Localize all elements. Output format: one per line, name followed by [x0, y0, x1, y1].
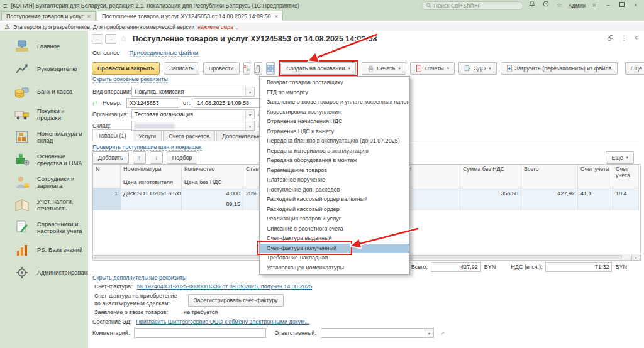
- main-menu-icon[interactable]: ≡: [3, 2, 7, 9]
- menu-item[interactable]: ГТД по импорту: [260, 88, 409, 98]
- menu-item[interactable]: Отражение НДС к вычету: [260, 127, 409, 137]
- pick-button[interactable]: Подбор: [167, 151, 198, 164]
- sidebar-item-references[interactable]: Справочники и настройки учета: [0, 216, 88, 239]
- cell-price-no-vat[interactable]: 89,15: [182, 199, 243, 210]
- show-postings-button[interactable]: ДтКт: [243, 62, 251, 75]
- history-icon[interactable]: [541, 0, 551, 11]
- sidebar-item-employees[interactable]: Сотрудники и зарплата: [0, 171, 88, 193]
- menu-item[interactable]: Заявление о ввозе товаров и уплате косве…: [260, 97, 409, 107]
- cell-nomenclature[interactable]: Диск SDT U2051 6.5x16 ...: [121, 188, 182, 199]
- tab-accounts[interactable]: Счета расчетов: [163, 131, 215, 141]
- scroll-right-icon[interactable]: ▸: [631, 254, 640, 260]
- responsible-field[interactable]: ▾: [321, 328, 434, 338]
- structure-button[interactable]: [266, 62, 275, 75]
- current-user[interactable]: Админ: [569, 3, 586, 9]
- cell-quantity[interactable]: 4,000: [182, 188, 243, 199]
- menu-item[interactable]: Перемещение товаров: [260, 166, 409, 176]
- cell-vat-account[interactable]: 18.4: [613, 188, 639, 199]
- cell-n[interactable]: 1: [93, 188, 121, 199]
- tab-close-icon[interactable]: ×: [275, 13, 278, 19]
- sidebar-item-inventory[interactable]: Номенклатура и склад: [0, 126, 88, 148]
- reports-button[interactable]: Отчеты▾: [410, 62, 455, 75]
- menu-item[interactable]: Поступление доп. расходов: [260, 185, 409, 195]
- nav-main-tab[interactable]: Основное: [92, 49, 120, 57]
- menu-item[interactable]: Реализация товаров и услуг: [260, 214, 409, 224]
- nav-attached-files-link[interactable]: Присоединенные файлы: [130, 49, 199, 57]
- sidebar-item-fixed-assets[interactable]: Основные средства и НМА: [0, 148, 88, 171]
- menu-item-received-invoice[interactable]: Счет-фактура полученный: [260, 244, 409, 254]
- chevron-down-icon[interactable]: ▾: [245, 121, 254, 130]
- menu-item[interactable]: Списание с расчетного счета: [260, 224, 409, 234]
- notifications-bell-icon[interactable]: [527, 0, 537, 11]
- menu-item[interactable]: Передача оборудования в монтаж: [260, 156, 409, 166]
- sidebar-item-accounting[interactable]: Учет, налоги, отчетность: [0, 193, 88, 216]
- date-field[interactable]: 14.08.2025 14:09:58: [194, 98, 260, 108]
- move-down-button[interactable]: ↓: [150, 151, 163, 164]
- invoice-link[interactable]: № 192404831-2025-0000001336 от 09.09.202…: [137, 283, 313, 290]
- chevron-down-icon[interactable]: ▾: [425, 329, 433, 337]
- app-tab-list[interactable]: Поступление товаров и услуг ×: [1, 11, 96, 21]
- register-invoice-button[interactable]: Зарегистрировать счет-фактуру: [188, 294, 284, 307]
- col-maker-price[interactable]: Цена изготовителя: [121, 178, 182, 188]
- chevron-down-icon[interactable]: ▾: [245, 87, 254, 96]
- cell-total[interactable]: 427,92: [521, 188, 578, 199]
- close-form-icon[interactable]: ×: [634, 35, 638, 43]
- buy-version-link[interactable]: нажмите сюда: [197, 24, 233, 30]
- warehouse-field[interactable]: ▾: [131, 121, 255, 131]
- menu-item[interactable]: Отражение начисления НДС: [260, 117, 409, 127]
- hide-main-requisites-link[interactable]: Скрыть основные реквизиты: [92, 76, 168, 83]
- more-dots-icon[interactable]: ⋮: [621, 35, 627, 43]
- edo-invite-link[interactable]: Пригласить Шипторгсервис ООО к обмену эл…: [136, 318, 309, 325]
- organization-field[interactable]: Тестовая организация ▾: [131, 109, 255, 119]
- tab-services[interactable]: Услуги: [133, 131, 162, 141]
- menu-item[interactable]: Передача материалов в эксплуатацию: [260, 146, 409, 156]
- sidebar-item-manager[interactable]: Руководителю: [0, 58, 88, 80]
- app-tab-document[interactable]: Поступление товаров и услуг ХУ1245853 от…: [97, 11, 283, 21]
- tab-close-icon[interactable]: ×: [87, 13, 91, 19]
- edo-button[interactable]: ЭДО▾: [458, 62, 497, 75]
- restore-icon[interactable]: [617, 0, 627, 11]
- chevron-down-icon[interactable]: ▾: [245, 110, 254, 119]
- comment-input[interactable]: [134, 328, 266, 338]
- hide-additional-requisites-link[interactable]: Скрыть дополнительные реквизиты: [92, 275, 187, 281]
- move-up-button[interactable]: ↑: [133, 151, 146, 164]
- post-button[interactable]: Провести: [203, 62, 240, 75]
- col-n[interactable]: N: [93, 165, 121, 178]
- get-link-icon[interactable]: [607, 35, 614, 43]
- col-price-no-vat[interactable]: Цена без НДС: [182, 178, 243, 188]
- global-search-input[interactable]: Поиск Ctrl+Shift+F: [421, 1, 523, 10]
- menu-item[interactable]: Требование-накладная: [260, 253, 409, 263]
- check-tires-link[interactable]: Проверить поступившие шин и покрышек: [92, 144, 202, 151]
- sidebar-item-administration[interactable]: Администрирование: [0, 261, 88, 284]
- menu-item[interactable]: Возврат товаров поставщику: [260, 78, 409, 88]
- col-sum-no-vat[interactable]: Сумма без НДС: [460, 165, 521, 178]
- toolbar-more-button[interactable]: Еще▾: [625, 62, 644, 75]
- cell-sum-no-vat[interactable]: 356,60: [460, 188, 521, 199]
- col-total[interactable]: Всего: [521, 165, 578, 178]
- table-more-button[interactable]: Еще▾: [606, 151, 634, 164]
- col-quantity[interactable]: Количество: [182, 165, 243, 178]
- number-field[interactable]: ХУ1245853: [126, 98, 179, 108]
- add-row-button[interactable]: Добавить: [92, 151, 129, 164]
- minimize-icon[interactable]: –: [603, 0, 613, 11]
- favorites-star-icon[interactable]: ☆: [555, 0, 565, 11]
- cell-account[interactable]: 41.1: [578, 188, 613, 199]
- close-window-icon[interactable]: ×: [631, 0, 641, 11]
- sidebar-item-knowledge-base[interactable]: PS: База знаний: [0, 239, 88, 261]
- auto-number-icon[interactable]: ⇄: [92, 100, 101, 106]
- open-link-icon[interactable]: ↗: [440, 330, 445, 336]
- load-from-file-button[interactable]: Загрузить (перезаполнить) из файла: [501, 62, 618, 75]
- favorite-star-icon[interactable]: ☆: [120, 35, 127, 43]
- forward-icon[interactable]: →: [105, 34, 116, 44]
- sidebar-item-main[interactable]: Главное: [0, 35, 88, 58]
- col-nomenclature[interactable]: Номенклатура: [121, 165, 182, 178]
- print-button[interactable]: Печать▾: [362, 62, 406, 75]
- service-menu-icon[interactable]: ≡: [589, 0, 599, 11]
- sidebar-item-purchases-sales[interactable]: Покупки и продажи: [0, 103, 88, 126]
- menu-item[interactable]: Платежное поручение: [260, 175, 409, 185]
- tab-goods[interactable]: Товары (1): [92, 129, 131, 141]
- operation-type-select[interactable]: Покупка, комиссия ▾: [131, 87, 255, 97]
- menu-item[interactable]: Установка цен номенклатуры: [260, 263, 409, 273]
- post-and-close-button[interactable]: Провести и закрыть: [92, 62, 160, 75]
- menu-item[interactable]: Корректировка поступления: [260, 107, 409, 117]
